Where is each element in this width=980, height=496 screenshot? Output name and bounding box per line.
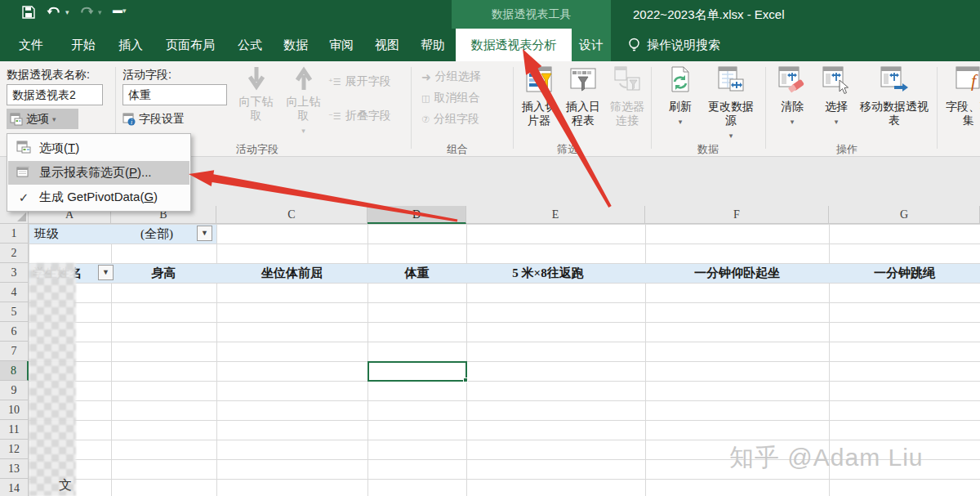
pivottable-options-icon: [8, 141, 39, 156]
redo-icon[interactable]: [78, 5, 95, 20]
column-header-G[interactable]: G: [829, 206, 980, 224]
field-settings-button[interactable]: i 字段设置: [122, 109, 185, 129]
cell-g3[interactable]: 一分钟跳绳: [829, 263, 980, 283]
row-header-4[interactable]: 4: [0, 283, 29, 302]
cell-e3[interactable]: 5 米×8往返跑: [466, 263, 630, 283]
insert-timeline-button[interactable]: 插入日程表: [562, 65, 604, 127]
drill-up-button[interactable]: 向上钻取▾: [281, 65, 326, 138]
group-field-button[interactable]: ⑦ 分组字段: [421, 112, 479, 127]
column-header-F[interactable]: F: [645, 206, 829, 224]
cell-b1[interactable]: (全部): [140, 224, 173, 244]
column-header-C[interactable]: C: [216, 206, 368, 224]
fields-items-sets-label1: 字段、项: [944, 100, 980, 114]
menu-report-filter-pre: 显示报表筛选页(: [39, 165, 129, 179]
row-header-13[interactable]: 13: [0, 459, 29, 479]
undo-dropdown-icon[interactable]: ▾: [65, 8, 69, 16]
group-field-icon: ⑦: [421, 114, 430, 125]
menu-item-generate-getpivotdata[interactable]: ✓ 生成 GetPivotData(G): [8, 185, 189, 209]
cell-a1[interactable]: 班级: [34, 224, 59, 244]
tell-me-search[interactable]: 操作说明搜索: [647, 29, 720, 61]
excel-window: ▾ ▾ ▬▾ 数据透视表工具 2022~2023名单.xlsx - Excel …: [0, 0, 980, 496]
pivot-name-input[interactable]: 数据透视表2: [7, 84, 103, 105]
customize-qat-icon[interactable]: ▬▾: [113, 4, 127, 16]
drill-up-label: 向上钻取: [283, 95, 325, 123]
ungroup-label: 取消组合: [434, 91, 479, 105]
row-header-5[interactable]: 5: [0, 302, 29, 322]
row-header-2[interactable]: 2: [0, 244, 29, 263]
tab-design[interactable]: 设计: [572, 29, 611, 61]
ungroup-button[interactable]: ◫ 取消组合: [421, 91, 479, 105]
tab-view[interactable]: 视图: [364, 29, 410, 61]
expand-field-button[interactable]: ⁺☰ 展开字段: [328, 74, 391, 89]
field-settings-icon: i: [122, 113, 136, 126]
tab-file[interactable]: 文件: [8, 29, 54, 61]
tab-help[interactable]: 帮助: [410, 29, 456, 61]
tab-pivottable-analyze[interactable]: 数据透视表分析: [456, 29, 572, 61]
collapse-field-button[interactable]: ⁻☰ 折叠字段: [328, 109, 391, 123]
select-label: 选择: [817, 100, 856, 114]
svg-text:i: i: [131, 118, 132, 126]
fields-items-sets-label2: 集: [944, 114, 980, 127]
report-filter-pages-icon: [8, 165, 39, 181]
filter-connections-icon: [613, 65, 641, 96]
cell-b3[interactable]: 身高: [111, 263, 216, 283]
tab-review[interactable]: 审阅: [318, 29, 364, 61]
menu-item-show-report-filter-pages[interactable]: 显示报表筛选页(P)...: [8, 161, 189, 185]
column-header-D[interactable]: D: [368, 206, 466, 224]
tab-page-layout[interactable]: 页面布局: [155, 29, 225, 61]
row-header-1[interactable]: 1: [0, 224, 29, 244]
pivottable-options-icon: [10, 113, 23, 126]
cell-d3[interactable]: 体重: [368, 263, 466, 283]
gridline-horizontal: [29, 479, 980, 480]
clear-dropdown-icon: ▾: [791, 118, 795, 126]
fill-handle[interactable]: [463, 378, 468, 382]
document-title: 2022~2023名单.xlsx - Excel: [633, 0, 785, 29]
menu-item-options[interactable]: 选项(T): [8, 136, 189, 160]
expand-field-label: 展开字段: [345, 74, 391, 89]
insert-timeline-label: 插入日程表: [565, 100, 601, 127]
tab-insert[interactable]: 插入: [108, 29, 154, 61]
fields-items-sets-button[interactable]: f 字段、项 集: [944, 65, 980, 127]
save-icon[interactable]: [21, 5, 36, 20]
group-selection-button[interactable]: ➜ 分组选择: [421, 69, 481, 84]
drill-down-button[interactable]: 向下钻取: [234, 65, 278, 123]
clear-button[interactable]: 清除 ▾: [773, 65, 812, 129]
row-header-14[interactable]: 14: [0, 479, 29, 496]
active-field-label: 活动字段:: [122, 68, 172, 83]
options-dropdown-icon: ▾: [52, 115, 56, 123]
row-header-10[interactable]: 10: [0, 400, 29, 420]
cell-c3[interactable]: 坐位体前屈: [216, 263, 368, 283]
refresh-button[interactable]: 刷新 ▾: [660, 65, 701, 129]
censored-names-block: [29, 263, 76, 496]
row-header-8[interactable]: 8: [0, 361, 29, 381]
group-label-filter: 筛选: [539, 142, 596, 157]
options-button[interactable]: 选项 ▾: [7, 109, 78, 129]
row-header-7[interactable]: 7: [0, 342, 29, 361]
select-icon: [822, 65, 851, 96]
row-header-6[interactable]: 6: [0, 322, 29, 342]
b1-filter-dropdown-icon[interactable]: ▼: [197, 226, 212, 241]
row-header-11[interactable]: 11: [0, 420, 29, 440]
insert-slicer-button[interactable]: 插入切片器: [518, 65, 560, 127]
undo-icon[interactable]: [46, 5, 62, 20]
tab-formulas[interactable]: 公式: [227, 29, 273, 61]
change-data-source-button[interactable]: 更改数据源▾: [704, 65, 758, 143]
filter-connections-button[interactable]: 筛选器连接: [606, 65, 648, 127]
active-cell-d8[interactable]: [368, 361, 467, 382]
group-label-data: 数据: [679, 142, 737, 157]
column-header-E[interactable]: E: [466, 206, 645, 224]
row-header-9[interactable]: 9: [0, 381, 29, 400]
redo-dropdown-icon[interactable]: ▾: [98, 8, 102, 16]
row-header-3[interactable]: 3: [0, 263, 29, 283]
drill-down-label: 向下钻取: [234, 95, 278, 123]
row-header-12[interactable]: 12: [0, 440, 29, 459]
tab-data[interactable]: 数据: [273, 29, 318, 61]
checkmark-icon: ✓: [8, 190, 39, 205]
menu-getpivotdata-pre: 生成 GetPivotData(: [39, 190, 144, 203]
select-button[interactable]: 选择 ▾: [817, 65, 856, 129]
tab-home[interactable]: 开始: [60, 29, 106, 61]
cell-f3[interactable]: 一分钟仰卧起坐: [645, 263, 829, 283]
change-source-dropdown-icon: ▾: [729, 132, 733, 140]
active-field-input[interactable]: 体重: [122, 84, 227, 105]
move-pivottable-button[interactable]: 移动数据透视表: [859, 65, 929, 127]
